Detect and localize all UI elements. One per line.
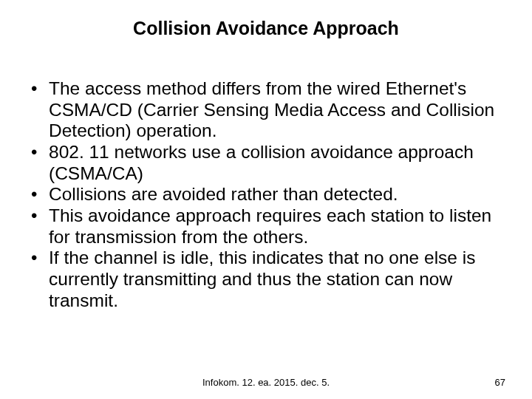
slide-footer: Infokom. 12. ea. 2015. dec. 5. 67 bbox=[0, 377, 532, 390]
list-item: 802. 11 networks use a collision avoidan… bbox=[27, 142, 505, 184]
bullet-text: If the channel is idle, this indicates t… bbox=[49, 248, 475, 310]
bullet-text: This avoidance approach requires each st… bbox=[49, 205, 491, 247]
list-item: This avoidance approach requires each st… bbox=[27, 205, 505, 248]
list-item: The access method differs from the wired… bbox=[27, 78, 505, 142]
list-item: If the channel is idle, this indicates t… bbox=[27, 248, 505, 311]
slide-title: Collision Avoidance Approach bbox=[0, 18, 532, 39]
page-number: 67 bbox=[495, 377, 505, 388]
bullet-list: The access method differs from the wired… bbox=[27, 78, 505, 311]
footer-center-text: Infokom. 12. ea. 2015. dec. 5. bbox=[0, 377, 532, 388]
slide: Collision Avoidance Approach The access … bbox=[0, 0, 532, 399]
bullet-text: The access method differs from the wired… bbox=[49, 78, 494, 140]
list-item: Collisions are avoided rather than detec… bbox=[27, 184, 505, 205]
bullet-text: Collisions are avoided rather than detec… bbox=[49, 184, 398, 204]
slide-body: The access method differs from the wired… bbox=[27, 78, 505, 311]
bullet-text: 802. 11 networks use a collision avoidan… bbox=[49, 142, 474, 183]
